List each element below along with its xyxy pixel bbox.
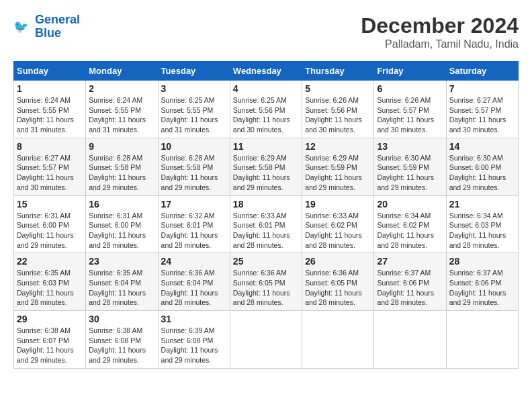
calendar-cell: 8 Sunrise: 6:27 AMSunset: 5:57 PM Daylig… [14,138,86,195]
day-info: Sunrise: 6:24 AMSunset: 5:55 PM Daylight… [89,95,154,135]
day-info: Sunrise: 6:35 AMSunset: 6:03 PM Daylight… [17,268,83,308]
calendar-cell: 17 Sunrise: 6:32 AMSunset: 6:01 PM Dayli… [158,195,230,253]
calendar-cell: 26 Sunrise: 6:36 AMSunset: 6:05 PM Dayli… [302,253,374,311]
day-number: 6 [377,83,443,94]
day-number: 19 [305,199,371,210]
day-info: Sunrise: 6:28 AMSunset: 5:58 PM Daylight… [161,153,227,193]
day-number: 26 [305,256,371,267]
calendar-cell: 15 Sunrise: 6:31 AMSunset: 6:00 PM Dayli… [14,195,86,253]
day-info: Sunrise: 6:38 AMSunset: 6:07 PM Daylight… [17,326,83,365]
day-number: 29 [17,314,83,324]
day-info: Sunrise: 6:36 AMSunset: 6:05 PM Daylight… [305,268,371,308]
day-number: 30 [89,314,154,324]
logo: 🐦 General Blue [13,13,80,40]
day-number: 4 [233,83,299,94]
calendar-cell: 20 Sunrise: 6:34 AMSunset: 6:02 PM Dayli… [374,195,446,253]
month-title: December 2024 [361,13,519,38]
day-number: 21 [449,199,515,210]
calendar-week-2: 8 Sunrise: 6:27 AMSunset: 5:57 PM Daylig… [14,138,519,195]
day-number: 25 [233,256,299,267]
day-info: Sunrise: 6:25 AMSunset: 5:55 PM Daylight… [161,95,227,135]
calendar-week-4: 22 Sunrise: 6:35 AMSunset: 6:03 PM Dayli… [14,253,519,311]
day-info: Sunrise: 6:33 AMSunset: 6:02 PM Daylight… [305,211,371,250]
calendar-cell: 3 Sunrise: 6:25 AMSunset: 5:55 PM Daylig… [158,81,230,138]
day-info: Sunrise: 6:37 AMSunset: 6:06 PM Daylight… [377,268,443,308]
calendar-cell: 28 Sunrise: 6:37 AMSunset: 6:06 PM Dayli… [446,253,518,311]
calendar-cell: 19 Sunrise: 6:33 AMSunset: 6:02 PM Dayli… [302,195,374,253]
day-number: 17 [161,199,227,210]
day-number: 11 [233,141,299,152]
day-info: Sunrise: 6:35 AMSunset: 6:04 PM Daylight… [89,268,154,308]
weekday-header-wednesday: Wednesday [230,62,302,81]
day-number: 23 [89,256,154,267]
day-number: 18 [233,199,299,210]
day-info: Sunrise: 6:27 AMSunset: 5:57 PM Daylight… [449,95,515,135]
calendar-cell: 13 Sunrise: 6:30 AMSunset: 5:59 PM Dayli… [374,138,446,195]
day-number: 2 [89,83,154,94]
calendar-cell: 31 Sunrise: 6:39 AMSunset: 6:08 PM Dayli… [158,311,230,369]
location-title: Palladam, Tamil Nadu, India [361,38,519,50]
logo-icon: 🐦 [13,17,32,36]
day-info: Sunrise: 6:29 AMSunset: 5:59 PM Daylight… [305,153,371,193]
calendar-cell: 6 Sunrise: 6:26 AMSunset: 5:57 PM Daylig… [374,81,446,138]
calendar-cell: 10 Sunrise: 6:28 AMSunset: 5:58 PM Dayli… [158,138,230,195]
day-info: Sunrise: 6:26 AMSunset: 5:56 PM Daylight… [305,95,371,135]
calendar-cell: 1 Sunrise: 6:24 AMSunset: 5:55 PM Daylig… [14,81,86,138]
calendar-cell: 9 Sunrise: 6:28 AMSunset: 5:58 PM Daylig… [86,138,158,195]
svg-text:🐦: 🐦 [13,19,29,34]
logo-text: General Blue [35,13,80,40]
day-info: Sunrise: 6:30 AMSunset: 6:00 PM Daylight… [449,153,515,193]
calendar-cell: 14 Sunrise: 6:30 AMSunset: 6:00 PM Dayli… [446,138,518,195]
day-info: Sunrise: 6:38 AMSunset: 6:08 PM Daylight… [89,326,154,365]
calendar-week-1: 1 Sunrise: 6:24 AMSunset: 5:55 PM Daylig… [14,81,519,138]
weekday-header-saturday: Saturday [446,62,518,81]
calendar-cell: 24 Sunrise: 6:36 AMSunset: 6:04 PM Dayli… [158,253,230,311]
day-info: Sunrise: 6:31 AMSunset: 6:00 PM Daylight… [17,211,83,250]
day-number: 13 [377,141,443,152]
day-number: 5 [305,83,371,94]
calendar-cell: 12 Sunrise: 6:29 AMSunset: 5:59 PM Dayli… [302,138,374,195]
day-number: 8 [17,141,83,152]
calendar-cell: 23 Sunrise: 6:35 AMSunset: 6:04 PM Dayli… [86,253,158,311]
weekday-header-sunday: Sunday [14,62,86,81]
calendar-cell: 29 Sunrise: 6:38 AMSunset: 6:07 PM Dayli… [14,311,86,369]
page-header: 🐦 General Blue December 2024 Palladam, T… [13,13,519,50]
calendar-week-3: 15 Sunrise: 6:31 AMSunset: 6:00 PM Dayli… [14,195,519,253]
day-info: Sunrise: 6:29 AMSunset: 5:58 PM Daylight… [233,153,299,193]
calendar-cell [302,311,374,369]
day-info: Sunrise: 6:28 AMSunset: 5:58 PM Daylight… [89,153,154,193]
day-info: Sunrise: 6:39 AMSunset: 6:08 PM Daylight… [161,326,227,365]
day-info: Sunrise: 6:25 AMSunset: 5:56 PM Daylight… [233,95,299,135]
day-number: 3 [161,83,227,94]
day-info: Sunrise: 6:30 AMSunset: 5:59 PM Daylight… [377,153,443,193]
day-number: 14 [449,141,515,152]
day-number: 7 [449,83,515,94]
day-info: Sunrise: 6:31 AMSunset: 6:00 PM Daylight… [89,211,154,250]
day-info: Sunrise: 6:36 AMSunset: 6:05 PM Daylight… [233,268,299,308]
weekday-header-monday: Monday [86,62,158,81]
day-info: Sunrise: 6:34 AMSunset: 6:03 PM Daylight… [449,211,515,250]
calendar-cell: 2 Sunrise: 6:24 AMSunset: 5:55 PM Daylig… [86,81,158,138]
calendar-cell: 4 Sunrise: 6:25 AMSunset: 5:56 PM Daylig… [230,81,302,138]
day-info: Sunrise: 6:24 AMSunset: 5:55 PM Daylight… [17,95,83,135]
title-area: December 2024 Palladam, Tamil Nadu, Indi… [361,13,519,50]
calendar-cell: 30 Sunrise: 6:38 AMSunset: 6:08 PM Dayli… [86,311,158,369]
weekday-header-friday: Friday [374,62,446,81]
day-number: 28 [449,256,515,267]
calendar-cell: 7 Sunrise: 6:27 AMSunset: 5:57 PM Daylig… [446,81,518,138]
day-number: 9 [89,141,154,152]
calendar-cell [446,311,518,369]
calendar-cell: 5 Sunrise: 6:26 AMSunset: 5:56 PM Daylig… [302,81,374,138]
day-number: 27 [377,256,443,267]
calendar-cell: 27 Sunrise: 6:37 AMSunset: 6:06 PM Dayli… [374,253,446,311]
calendar-cell [374,311,446,369]
day-info: Sunrise: 6:26 AMSunset: 5:57 PM Daylight… [377,95,443,135]
day-number: 24 [161,256,227,267]
day-number: 20 [377,199,443,210]
day-info: Sunrise: 6:34 AMSunset: 6:02 PM Daylight… [377,211,443,250]
day-info: Sunrise: 6:27 AMSunset: 5:57 PM Daylight… [17,153,83,193]
calendar-cell: 18 Sunrise: 6:33 AMSunset: 6:01 PM Dayli… [230,195,302,253]
day-number: 16 [89,199,154,210]
calendar-cell: 21 Sunrise: 6:34 AMSunset: 6:03 PM Dayli… [446,195,518,253]
calendar-cell [230,311,302,369]
